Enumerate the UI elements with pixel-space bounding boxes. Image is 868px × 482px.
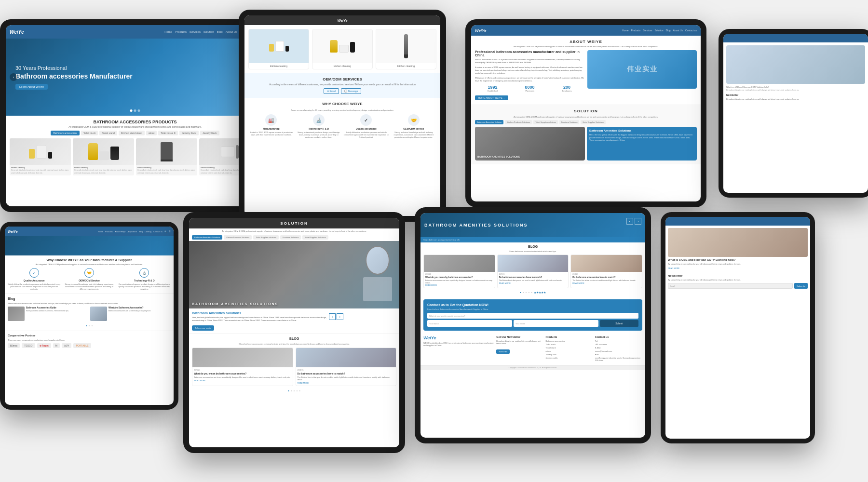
t7-footer-product-5[interactable]: shower caddy	[546, 357, 593, 359]
t3-nav-products[interactable]: Products	[631, 29, 641, 32]
t6-read-more-0[interactable]: READ MORE	[194, 379, 291, 382]
table-row[interactable]: kitchen cleaningGenerally it includes br…	[73, 138, 134, 175]
t1-nav-services[interactable]: Services	[190, 30, 201, 34]
t3-nav-services[interactable]: Services	[643, 29, 652, 32]
t5-nav-blog[interactable]: Blog	[139, 230, 143, 233]
t7-name-input[interactable]: Your Name	[427, 320, 512, 327]
t7-submit-btn[interactable]: Submit	[600, 320, 638, 327]
t6-dot-1[interactable]: •	[291, 388, 292, 393]
t2-email-btn[interactable]: ✉ Email	[324, 88, 339, 94]
t7-dot-active[interactable]: •	[520, 290, 521, 295]
t6-tab-1[interactable]: Kitchen Products Solutions	[224, 235, 252, 240]
t5-nav-home[interactable]: Home	[98, 230, 103, 233]
t7-dot-2[interactable]: •	[526, 290, 527, 295]
t7-read-more-2[interactable]: READ MORE	[572, 282, 640, 284]
t6-dot-active[interactable]: •	[288, 388, 289, 393]
t6-dot-3[interactable]: •	[296, 388, 298, 393]
t1-nav-products[interactable]: Products	[175, 30, 187, 34]
t7-dot-3[interactable]: •	[528, 290, 529, 295]
t7-dot-4[interactable]: •	[531, 290, 532, 295]
t6-tab-4[interactable]: Hotel Supplies Solutions	[302, 235, 328, 240]
t7-footer-product-4[interactable]: Jewelry rack	[546, 353, 593, 356]
t1-tab-3[interactable]: Kitchen stand stand	[119, 131, 145, 135]
t7-next-btn[interactable]: ›	[635, 218, 641, 225]
t2-product-0[interactable]: kitchen cleaning	[248, 29, 309, 69]
t2-product-2[interactable]: kitchen cleaning	[376, 29, 436, 69]
t1-dot-2[interactable]	[134, 109, 136, 112]
t3-solution-tab-0[interactable]: Bathroom Amenities Solution	[475, 120, 503, 124]
t6-dot-4[interactable]: •	[299, 388, 300, 393]
t8-email-input[interactable]: Email	[668, 283, 793, 289]
t8-read-more[interactable]: READ MORE	[668, 267, 808, 269]
t1-nav-solution[interactable]: Solution	[203, 30, 214, 34]
t7-footer-product-3[interactable]: mirror	[546, 350, 593, 352]
t6-tab-2[interactable]: Toilet Supplies solutions	[253, 235, 279, 240]
t7-read-more-1[interactable]: READ MORE	[499, 282, 567, 284]
t5-search-icon[interactable]: 🔍	[164, 230, 167, 233]
t6-tab-3[interactable]: Furniture Solutions	[280, 235, 301, 240]
t1-tab-7[interactable]: Jewelry Rack	[200, 131, 219, 135]
list-item[interactable]: 20/3/21 What do you mean by bathroom acc…	[423, 254, 495, 288]
t3-solution-tab-2[interactable]: Toilet Supplies solutions	[533, 120, 558, 124]
t7-subscribe-btn[interactable]: Subscribe	[496, 349, 510, 354]
t5-dot-active[interactable]: •	[86, 323, 87, 328]
list-item[interactable]: What Are Bathroom Accessories? Bathroom …	[90, 307, 171, 321]
t5-nav-products[interactable]: Products	[105, 230, 113, 233]
t5-dot-2[interactable]: •	[91, 323, 93, 328]
t3-solution-tab-4[interactable]: Hotel Supplies Solutions	[581, 120, 605, 124]
t1-tab-0[interactable]: Bathroom accessories	[51, 131, 79, 135]
t3-nav-contact[interactable]: Contact us	[685, 29, 697, 32]
t5-dot-1[interactable]: •	[89, 323, 90, 328]
t6-read-more-1[interactable]: READ MORE	[298, 382, 395, 384]
t6-tab-0[interactable]: Bathroom Amenities Solutions	[192, 235, 222, 240]
t7-footer: WeiYe WEIYE established on 1992, is a pr…	[420, 333, 645, 365]
t3-more-btn[interactable]: MORE ABOUT WEIYE →	[475, 95, 508, 100]
list-item[interactable]: 20/3/21 Do bathroom accessories have to …	[296, 348, 397, 386]
t1-tab-6[interactable]: Jewelry Rack	[179, 131, 199, 135]
t5-nav-catalog[interactable]: Catalog	[145, 230, 151, 233]
list-item[interactable]: 20/3/21 Do bathroom accessories have to …	[497, 254, 569, 288]
t7-footer-product-2[interactable]: Towel stand	[546, 347, 593, 349]
t8-subscribe-btn[interactable]: Subscribe	[794, 283, 808, 289]
table-row[interactable]: kitchen cleaningGenerally it includes br…	[10, 138, 71, 175]
t6-next-btn[interactable]: ›	[337, 313, 343, 320]
t1-nav-about[interactable]: About Us	[226, 30, 238, 34]
t1-tab-4[interactable]: about	[146, 131, 157, 135]
t3-nav-home[interactable]: Home	[622, 29, 628, 32]
list-item[interactable]: Bathroom Accessories Guide Store your it…	[8, 307, 88, 321]
t6-dot-2[interactable]: •	[294, 388, 295, 393]
list-item[interactable]: 20/3/21 What do you mean by bathroom acc…	[192, 348, 293, 386]
t5-nav-contact[interactable]: Contact us	[153, 230, 163, 233]
t3-nav-about[interactable]: About Us	[673, 29, 683, 32]
t7-footer-product-0[interactable]: Bathroom accessories	[546, 340, 593, 342]
t1-tab-5[interactable]: Toilet tissue K	[158, 131, 178, 135]
t7-prev-btn[interactable]: ‹	[626, 218, 633, 225]
t6-prev-btn[interactable]: ‹	[329, 313, 336, 320]
t1-prev-arrow[interactable]: ‹	[10, 73, 17, 81]
t1-hero-btn[interactable]: Learn About WeiYe	[15, 84, 48, 90]
t6-cta-btn[interactable]: Tell me your needs	[192, 325, 214, 331]
t7-read-more-0[interactable]: READ MORE	[425, 284, 493, 286]
list-item[interactable]: 20/3/21 Do bathroom accessories have to …	[570, 254, 642, 288]
t7-email-input[interactable]: Your Email	[514, 320, 598, 327]
t1-nav-home[interactable]: Home	[164, 30, 172, 34]
t7-dot-1[interactable]: •	[523, 290, 524, 295]
t3-nav-solution[interactable]: Solution	[654, 29, 663, 32]
t7-footer-product-1[interactable]: Toilet brush	[546, 343, 593, 346]
t2-message-btn[interactable]: 💬 Message	[341, 88, 361, 94]
t1-tab-2[interactable]: Towel stand	[99, 131, 117, 135]
t1-dot-1[interactable]	[130, 109, 133, 112]
t6-title: SOLUTION	[280, 221, 308, 226]
t5-menu-icon[interactable]: ☰	[169, 230, 171, 233]
t1-dot-3[interactable]	[138, 109, 140, 112]
t3-nav-blog[interactable]: Blog	[666, 29, 671, 32]
t1-tab-1[interactable]: Toilet brush	[81, 131, 98, 135]
table-row[interactable]: kitchen cleaningGenerally it includes br…	[136, 138, 197, 175]
t3-solution-tab-1[interactable]: Kitchen Products Solutions	[505, 120, 532, 124]
t5-nav-about[interactable]: About Weiye	[115, 230, 126, 233]
t5-nav-application[interactable]: Application	[127, 230, 137, 233]
t2-product-1[interactable]: kitchen cleaning	[312, 29, 373, 69]
t7-contact-search-input[interactable]: What do you want to specify accessories?	[427, 313, 638, 319]
t1-nav-blog[interactable]: Blog	[217, 30, 223, 34]
t3-solution-tab-3[interactable]: Furniture Solutions	[559, 120, 580, 124]
